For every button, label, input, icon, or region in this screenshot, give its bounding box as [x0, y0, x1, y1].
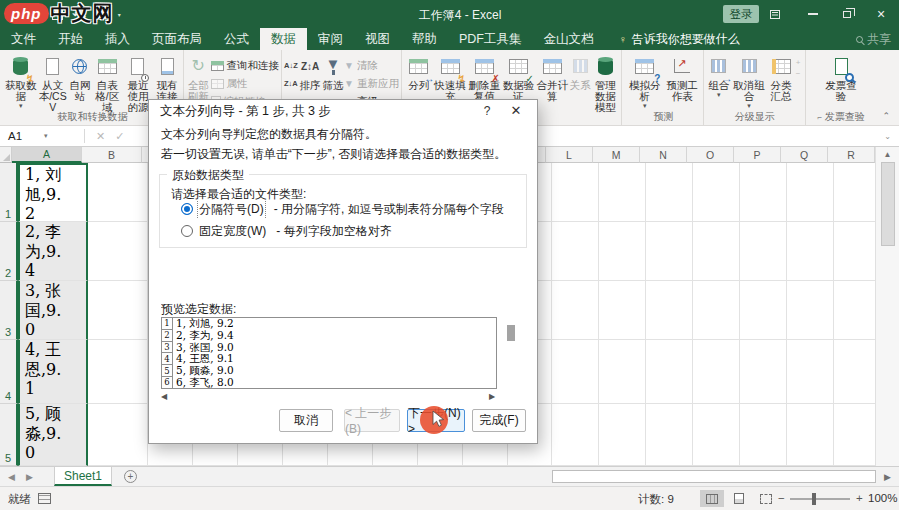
expand-formula-bar-icon[interactable]: ⌄	[884, 132, 891, 141]
cell-L3[interactable]	[552, 281, 599, 340]
sort-descending-button[interactable]: Z↓A	[284, 76, 298, 91]
cell-P3[interactable]	[740, 281, 787, 340]
cell-M5[interactable]	[599, 404, 646, 466]
cell-L4[interactable]	[552, 340, 599, 404]
col-header-B[interactable]: B	[82, 147, 142, 163]
vertical-scroll-thumb[interactable]	[881, 162, 895, 246]
col-header-O[interactable]: O	[687, 147, 734, 163]
cell-B2[interactable]	[88, 222, 148, 281]
queries-connections-button[interactable]: 查询和连接	[211, 58, 280, 73]
cell-R3[interactable]	[834, 281, 875, 340]
customize-qat-icon[interactable]: ▾	[118, 11, 121, 18]
cell-Q5[interactable]	[787, 404, 834, 466]
close-button[interactable]: ×	[866, 0, 896, 28]
collapse-ribbon-icon[interactable]: ⌃	[882, 111, 890, 121]
horizontal-scroll-thumb[interactable]	[552, 470, 876, 483]
preview-scroll-right-icon[interactable]: ▶	[489, 392, 495, 401]
col-header-R[interactable]: R	[828, 147, 875, 163]
login-button[interactable]: 登录	[723, 5, 759, 23]
ribbon-tab-8[interactable]: 帮助	[401, 28, 448, 50]
row-header-5[interactable]: 5	[0, 404, 18, 466]
text-to-columns-button[interactable]: ↔ 分列	[404, 53, 434, 91]
fixed-width-radio-label[interactable]: 固定宽度(W)	[199, 223, 266, 240]
dialog-close-button[interactable]	[507, 103, 525, 118]
cell-L2[interactable]	[552, 222, 599, 281]
scroll-up-icon[interactable]: ▲	[884, 147, 892, 162]
cell-B5[interactable]	[88, 404, 148, 466]
from-text-csv-button[interactable]: 从文本/CSV	[37, 53, 68, 113]
cell-M4[interactable]	[599, 340, 646, 404]
group-button[interactable]: → 组合▾	[706, 53, 732, 98]
cell-Q4[interactable]	[787, 340, 834, 404]
cell-N1[interactable]	[646, 163, 693, 222]
back-button[interactable]: < 上一步(B)	[344, 409, 400, 432]
subtotal-button[interactable]: 分类汇总	[766, 53, 795, 102]
vertical-scrollbar[interactable]: ▲	[875, 147, 899, 466]
dialog-launcher-icon[interactable]: ⌐	[817, 113, 822, 122]
forecast-sheet-button[interactable]: 预测工作表	[664, 53, 702, 102]
cell-R5[interactable]	[834, 404, 875, 466]
tell-me-box[interactable]: ♀ 告诉我你想要做什么	[605, 28, 754, 50]
cell-N5[interactable]	[646, 404, 693, 466]
cell-N4[interactable]	[646, 340, 693, 404]
consolidate-button[interactable]: → 合并计算	[535, 53, 570, 102]
reapply-button[interactable]: ▼重新应用	[344, 76, 399, 91]
cell-A2[interactable]: 2, 李 为,9. 4	[18, 222, 88, 281]
col-header-Q[interactable]: Q	[781, 147, 828, 163]
cell-B3[interactable]	[88, 281, 148, 340]
add-sheet-button[interactable]: +	[124, 470, 137, 483]
zoom-out-button[interactable]: −	[778, 492, 785, 504]
cell-O3[interactable]	[693, 281, 740, 340]
sheet-tab-sheet1[interactable]: Sheet1	[54, 467, 112, 486]
cancel-entry-icon[interactable]: ✕	[96, 130, 105, 143]
ribbon-tab-9[interactable]: PDF工具集	[448, 28, 533, 50]
sort-ascending-button[interactable]: A↓Z	[284, 58, 298, 73]
accessibility-icon[interactable]	[38, 493, 51, 504]
data-preview-box[interactable]: 11, 刘旭, 9.222, 李为, 9.433, 张国, 9.044, 王恩,…	[161, 317, 497, 389]
preview-scroll-thumb[interactable]	[507, 325, 515, 341]
ribbon-display-options-button[interactable]	[760, 0, 790, 28]
ungroup-button[interactable]: ← 取消组合▾	[732, 53, 767, 109]
col-header-M[interactable]: M	[593, 147, 640, 163]
cell-P4[interactable]	[740, 340, 787, 404]
cell-A4[interactable]: 4, 王 恩,9. 1	[18, 340, 88, 404]
page-layout-view-button[interactable]	[727, 490, 751, 507]
cell-P5[interactable]	[740, 404, 787, 466]
get-data-button[interactable]: ↯ 获取数据▾	[4, 53, 37, 109]
show-detail-icon[interactable]: +	[796, 59, 803, 67]
from-web-button[interactable]: 自网站	[68, 53, 92, 102]
properties-button[interactable]: 属性	[211, 76, 280, 91]
restore-button[interactable]	[832, 0, 862, 28]
name-box-caret-icon[interactable]: ▾	[44, 132, 48, 140]
cell-O1[interactable]	[693, 163, 740, 222]
cell-M2[interactable]	[599, 222, 646, 281]
preview-scroll-left-icon[interactable]: ◀	[161, 392, 167, 401]
cell-R4[interactable]	[834, 340, 875, 404]
col-header-P[interactable]: P	[734, 147, 781, 163]
delimited-radio-label[interactable]: 分隔符号(D)	[199, 201, 264, 218]
col-header-A[interactable]: A	[12, 147, 82, 163]
ribbon-tab-5[interactable]: 数据	[260, 28, 307, 50]
zoom-in-button[interactable]: +	[856, 492, 863, 504]
ribbon-tab-7[interactable]: 视图	[354, 28, 401, 50]
cell-Q1[interactable]	[787, 163, 834, 222]
ribbon-tab-0[interactable]: 文件	[0, 28, 47, 50]
cell-A1[interactable]: 1, 刘 旭,9. 2	[18, 163, 88, 222]
cell-P2[interactable]	[740, 222, 787, 281]
manage-data-model-button[interactable]: 管理数据模型	[591, 53, 619, 113]
cell-Q3[interactable]	[787, 281, 834, 340]
cell-N2[interactable]	[646, 222, 693, 281]
cell-O2[interactable]	[693, 222, 740, 281]
flash-fill-button[interactable]: ↯ 快速填充	[434, 53, 467, 102]
invoice-check-button[interactable]: 发票查验	[821, 53, 861, 102]
ribbon-tab-10[interactable]: 金山文档	[533, 28, 605, 50]
share-button[interactable]: 共享	[856, 28, 891, 50]
cancel-button[interactable]: 取消	[279, 409, 333, 432]
cell-A5[interactable]: 5, 顾 淼,9. 0	[18, 404, 88, 466]
cell-R2[interactable]	[834, 222, 875, 281]
ribbon-tab-4[interactable]: 公式	[213, 28, 260, 50]
cell-B4[interactable]	[88, 340, 148, 404]
minimize-button[interactable]	[798, 0, 828, 28]
relationships-button[interactable]: 关系	[569, 53, 591, 91]
cell-P1[interactable]	[740, 163, 787, 222]
